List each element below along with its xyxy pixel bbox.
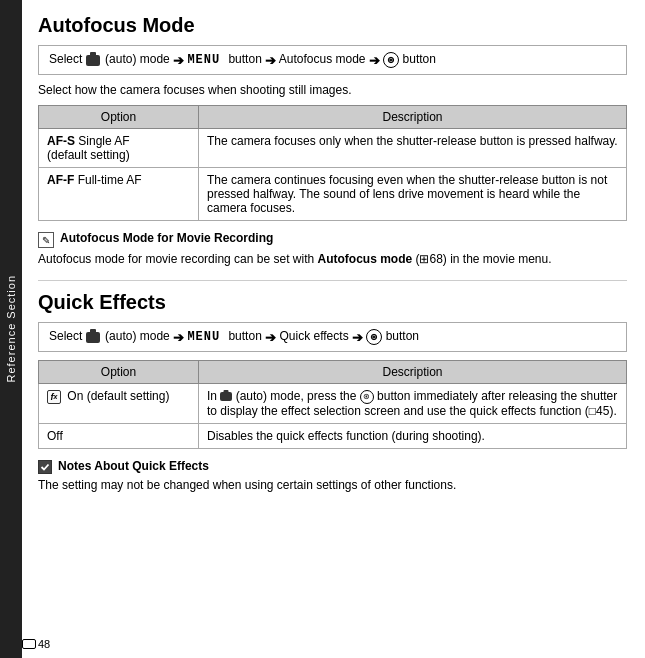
qe-nav-menu: MENU — [187, 330, 228, 344]
qe-nav-select: Select — [49, 329, 86, 343]
af-full-option: AF-F Full-time AF — [39, 168, 199, 221]
qe-desc-camera-icon — [220, 392, 232, 401]
check-icon — [38, 460, 52, 474]
qe-check-body: The setting may not be changed when usin… — [38, 478, 627, 492]
checkmark-svg — [40, 462, 50, 472]
autofocus-title: Autofocus Mode — [38, 14, 627, 37]
nav-select-label: Select — [49, 52, 86, 66]
camera-icon — [86, 55, 100, 66]
autofocus-table: Option Description AF-S Single AF (defau… — [38, 105, 627, 221]
qe-on-option: fx On (default setting) — [39, 384, 199, 424]
qe-ok-icon: ⊛ — [366, 329, 382, 345]
quick-effects-title: Quick Effects — [38, 291, 627, 314]
nav-arrow-3: ➔ — [369, 53, 380, 68]
sidebar: Reference Section — [0, 0, 22, 658]
qe-on-label: On (default setting) — [67, 389, 169, 403]
quick-effects-nav-box: Select (auto) mode ➔ MENU button ➔ Quick… — [38, 322, 627, 352]
main-content: Autofocus Mode Select (auto) mode ➔ MENU… — [22, 0, 645, 658]
autofocus-section: Autofocus Mode Select (auto) mode ➔ MENU… — [38, 14, 627, 266]
qe-desc-ok-icon: ⊛ — [360, 390, 374, 404]
autofocus-note-body: Autofocus mode for movie recording can b… — [38, 252, 627, 266]
qe-arrow-1: ➔ — [173, 330, 184, 345]
connector-icon — [22, 639, 36, 649]
qe-col1-header: Option — [39, 361, 199, 384]
af-single-description: The camera focuses only when the shutter… — [199, 129, 627, 168]
table-row: Off Disables the quick effects function … — [39, 423, 627, 448]
nav-button-label-2: button — [403, 52, 436, 66]
qe-off-description: Disables the quick effects function (dur… — [199, 423, 627, 448]
qe-fx-icon: fx — [47, 390, 61, 404]
af-full-symbol: AF-F — [47, 173, 74, 187]
qe-nav-button-2: button — [386, 329, 419, 343]
autofocus-note: ✎ Autofocus Mode for Movie Recording — [38, 231, 627, 248]
qe-nav-auto: (auto) mode — [105, 329, 173, 343]
af-single-label: Single AF — [75, 134, 130, 148]
nav-menu-label: MENU — [187, 53, 228, 67]
autofocus-intro: Select how the camera focuses when shoot… — [38, 83, 627, 97]
qe-col2-header: Description — [199, 361, 627, 384]
autofocus-nav-box: Select (auto) mode ➔ MENU button ➔ Autof… — [38, 45, 627, 75]
page-number: 48 — [38, 638, 50, 650]
af-single-option: AF-S Single AF (default setting) — [39, 129, 199, 168]
qe-arrow-3: ➔ — [352, 330, 363, 345]
table-row: AF-S Single AF (default setting) The cam… — [39, 129, 627, 168]
section-divider — [38, 280, 627, 281]
autofocus-col2-header: Description — [199, 106, 627, 129]
qe-on-description: In (auto) mode, press the ⊛ button immed… — [199, 384, 627, 424]
qe-nav-button: button — [228, 329, 265, 343]
ok-icon: ⊛ — [383, 52, 399, 68]
nav-arrow-2: ➔ — [265, 53, 276, 68]
sidebar-label: Reference Section — [5, 275, 17, 383]
quick-effects-section: Quick Effects Select (auto) mode ➔ MENU … — [38, 291, 627, 492]
table-row: fx On (default setting) In (auto) mode, … — [39, 384, 627, 424]
nav-arrow-1: ➔ — [173, 53, 184, 68]
note-pencil-icon: ✎ — [38, 232, 54, 248]
autofocus-note-title: Autofocus Mode for Movie Recording — [60, 231, 273, 245]
autofocus-col1-header: Option — [39, 106, 199, 129]
page-footer: 48 — [22, 638, 50, 650]
qe-camera-icon — [86, 332, 100, 343]
quick-effects-table: Option Description fx On (default settin… — [38, 360, 627, 449]
qe-arrow-2: ➔ — [265, 330, 276, 345]
af-full-label: Full-time AF — [74, 173, 141, 187]
qe-check-note: Notes About Quick Effects — [38, 459, 627, 474]
table-row: AF-F Full-time AF The camera continues f… — [39, 168, 627, 221]
qe-nav-effects: Quick effects — [279, 329, 351, 343]
af-single-symbol: AF-S — [47, 134, 75, 148]
af-full-description: The camera continues focusing even when … — [199, 168, 627, 221]
qe-off-label: Off — [47, 429, 63, 443]
qe-check-title: Notes About Quick Effects — [58, 459, 209, 473]
nav-auto-label: (auto) mode — [105, 52, 173, 66]
nav-button-label: button — [228, 52, 265, 66]
qe-off-option: Off — [39, 423, 199, 448]
af-single-sub: (default setting) — [47, 148, 130, 162]
nav-autofocus-label: Autofocus mode — [279, 52, 369, 66]
autofocus-note-bold: Autofocus mode — [317, 252, 412, 266]
